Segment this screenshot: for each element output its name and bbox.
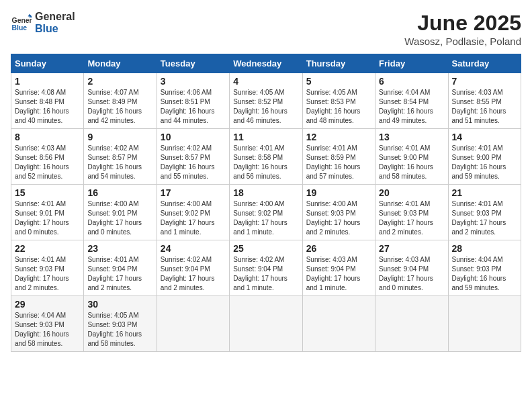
calendar-title: June 2025: [404, 11, 521, 36]
day-number-18: 18: [233, 187, 298, 198]
day-cell-25: 25Sunrise: 4:02 AM Sunset: 9:04 PM Dayli…: [230, 240, 302, 296]
empty-cell: [448, 296, 521, 352]
calendar-table: SundayMondayTuesdayWednesdayThursdayFrid…: [11, 54, 521, 352]
day-info-13: Sunrise: 4:01 AM Sunset: 9:00 PM Dayligh…: [379, 144, 444, 181]
day-cell-24: 24Sunrise: 4:02 AM Sunset: 9:04 PM Dayli…: [157, 240, 229, 296]
day-number-9: 9: [87, 132, 152, 142]
day-cell-1: 1Sunrise: 4:08 AM Sunset: 8:48 PM Daylig…: [11, 73, 84, 129]
day-number-7: 7: [452, 76, 517, 87]
day-cell-21: 21Sunrise: 4:01 AM Sunset: 9:03 PM Dayli…: [448, 185, 521, 240]
day-info-14: Sunrise: 4:01 AM Sunset: 9:00 PM Dayligh…: [452, 144, 517, 181]
day-cell-2: 2Sunrise: 4:07 AM Sunset: 8:49 PM Daylig…: [84, 73, 157, 129]
day-number-27: 27: [379, 243, 444, 254]
week-row-3: 15Sunrise: 4:01 AM Sunset: 9:01 PM Dayli…: [11, 185, 521, 240]
day-number-26: 26: [306, 243, 371, 254]
day-cell-14: 14Sunrise: 4:01 AM Sunset: 9:00 PM Dayli…: [448, 129, 521, 185]
svg-text:General: General: [12, 17, 32, 24]
day-number-2: 2: [87, 76, 152, 87]
day-info-9: Sunrise: 4:02 AM Sunset: 8:57 PM Dayligh…: [87, 144, 152, 181]
day-info-5: Sunrise: 4:05 AM Sunset: 8:53 PM Dayligh…: [306, 88, 371, 126]
day-info-20: Sunrise: 4:01 AM Sunset: 9:03 PM Dayligh…: [379, 199, 444, 237]
logo-line1: General: [35, 11, 75, 23]
logo-line2: Blue: [35, 23, 75, 35]
day-number-28: 28: [452, 243, 517, 254]
day-info-4: Sunrise: 4:05 AM Sunset: 8:52 PM Dayligh…: [233, 88, 298, 126]
day-info-8: Sunrise: 4:03 AM Sunset: 8:56 PM Dayligh…: [15, 144, 80, 181]
day-info-27: Sunrise: 4:03 AM Sunset: 9:04 PM Dayligh…: [379, 255, 444, 293]
day-cell-23: 23Sunrise: 4:01 AM Sunset: 9:04 PM Dayli…: [84, 240, 157, 296]
header-tuesday: Tuesday: [157, 54, 229, 73]
day-cell-13: 13Sunrise: 4:01 AM Sunset: 9:00 PM Dayli…: [375, 129, 448, 185]
day-cell-7: 7Sunrise: 4:03 AM Sunset: 8:55 PM Daylig…: [448, 73, 521, 129]
day-info-21: Sunrise: 4:01 AM Sunset: 9:03 PM Dayligh…: [452, 199, 517, 237]
day-info-3: Sunrise: 4:06 AM Sunset: 8:51 PM Dayligh…: [161, 88, 226, 126]
day-number-19: 19: [306, 187, 371, 198]
week-row-4: 22Sunrise: 4:01 AM Sunset: 9:03 PM Dayli…: [11, 240, 521, 296]
day-number-21: 21: [452, 187, 517, 198]
header-saturday: Saturday: [448, 54, 521, 73]
header-sunday: Sunday: [11, 54, 84, 73]
day-cell-10: 10Sunrise: 4:02 AM Sunset: 8:57 PM Dayli…: [157, 129, 229, 185]
day-info-30: Sunrise: 4:05 AM Sunset: 9:03 PM Dayligh…: [87, 311, 152, 349]
calendar-subtitle: Wasosz, Podlasie, Poland: [404, 36, 521, 47]
day-number-23: 23: [87, 243, 152, 254]
day-cell-29: 29Sunrise: 4:04 AM Sunset: 9:03 PM Dayli…: [11, 296, 84, 352]
header-wednesday: Wednesday: [230, 54, 302, 73]
empty-cell: [157, 296, 229, 352]
day-cell-20: 20Sunrise: 4:01 AM Sunset: 9:03 PM Dayli…: [375, 185, 448, 240]
day-info-25: Sunrise: 4:02 AM Sunset: 9:04 PM Dayligh…: [233, 255, 298, 293]
day-number-6: 6: [379, 76, 444, 87]
day-info-7: Sunrise: 4:03 AM Sunset: 8:55 PM Dayligh…: [452, 88, 517, 126]
day-number-24: 24: [161, 243, 226, 254]
day-cell-9: 9Sunrise: 4:02 AM Sunset: 8:57 PM Daylig…: [84, 129, 157, 185]
header-monday: Monday: [84, 54, 157, 73]
day-number-12: 12: [306, 132, 371, 142]
day-number-15: 15: [15, 187, 80, 198]
title-area: June 2025 Wasosz, Podlasie, Poland: [404, 11, 521, 47]
day-info-29: Sunrise: 4:04 AM Sunset: 9:03 PM Dayligh…: [15, 311, 80, 349]
day-number-8: 8: [15, 132, 80, 142]
day-info-2: Sunrise: 4:07 AM Sunset: 8:49 PM Dayligh…: [87, 88, 152, 126]
svg-text:Blue: Blue: [12, 24, 28, 32]
header-thursday: Thursday: [302, 54, 375, 73]
day-cell-8: 8Sunrise: 4:03 AM Sunset: 8:56 PM Daylig…: [11, 129, 84, 185]
day-info-1: Sunrise: 4:08 AM Sunset: 8:48 PM Dayligh…: [15, 88, 80, 126]
day-number-5: 5: [306, 76, 371, 87]
day-info-22: Sunrise: 4:01 AM Sunset: 9:03 PM Dayligh…: [15, 255, 80, 293]
week-row-1: 1Sunrise: 4:08 AM Sunset: 8:48 PM Daylig…: [11, 73, 521, 129]
day-cell-6: 6Sunrise: 4:04 AM Sunset: 8:54 PM Daylig…: [375, 73, 448, 129]
day-number-29: 29: [15, 299, 80, 310]
empty-cell: [230, 296, 302, 352]
empty-cell: [375, 296, 448, 352]
day-cell-27: 27Sunrise: 4:03 AM Sunset: 9:04 PM Dayli…: [375, 240, 448, 296]
logo: General Blue General Blue: [11, 11, 75, 34]
logo-icon: General Blue: [11, 12, 32, 34]
day-number-14: 14: [452, 132, 517, 142]
day-cell-17: 17Sunrise: 4:00 AM Sunset: 9:02 PM Dayli…: [157, 185, 229, 240]
day-cell-22: 22Sunrise: 4:01 AM Sunset: 9:03 PM Dayli…: [11, 240, 84, 296]
day-number-22: 22: [15, 243, 80, 254]
header: General Blue General Blue June 2025 Waso…: [11, 11, 521, 47]
day-info-12: Sunrise: 4:01 AM Sunset: 8:59 PM Dayligh…: [306, 144, 371, 181]
day-number-20: 20: [379, 187, 444, 198]
day-info-19: Sunrise: 4:00 AM Sunset: 9:03 PM Dayligh…: [306, 199, 371, 237]
day-number-16: 16: [87, 187, 152, 198]
day-cell-3: 3Sunrise: 4:06 AM Sunset: 8:51 PM Daylig…: [157, 73, 229, 129]
empty-cell: [302, 296, 375, 352]
day-info-10: Sunrise: 4:02 AM Sunset: 8:57 PM Dayligh…: [161, 144, 226, 181]
day-info-18: Sunrise: 4:00 AM Sunset: 9:02 PM Dayligh…: [233, 199, 298, 237]
week-row-5: 29Sunrise: 4:04 AM Sunset: 9:03 PM Dayli…: [11, 296, 521, 352]
day-cell-12: 12Sunrise: 4:01 AM Sunset: 8:59 PM Dayli…: [302, 129, 375, 185]
day-cell-5: 5Sunrise: 4:05 AM Sunset: 8:53 PM Daylig…: [302, 73, 375, 129]
day-cell-18: 18Sunrise: 4:00 AM Sunset: 9:02 PM Dayli…: [230, 185, 302, 240]
header-friday: Friday: [375, 54, 448, 73]
day-number-10: 10: [161, 132, 226, 142]
day-cell-11: 11Sunrise: 4:01 AM Sunset: 8:58 PM Dayli…: [230, 129, 302, 185]
day-info-15: Sunrise: 4:01 AM Sunset: 9:01 PM Dayligh…: [15, 199, 80, 237]
day-cell-4: 4Sunrise: 4:05 AM Sunset: 8:52 PM Daylig…: [230, 73, 302, 129]
day-number-4: 4: [233, 76, 298, 87]
day-info-16: Sunrise: 4:00 AM Sunset: 9:01 PM Dayligh…: [87, 199, 152, 237]
day-cell-30: 30Sunrise: 4:05 AM Sunset: 9:03 PM Dayli…: [84, 296, 157, 352]
day-number-1: 1: [15, 76, 80, 87]
day-number-17: 17: [161, 187, 226, 198]
